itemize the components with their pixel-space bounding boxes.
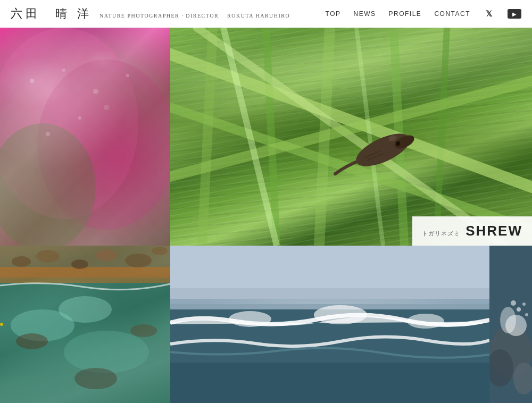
- shrew-label-jp: トガリネズミ: [422, 230, 460, 238]
- svg-point-7: [46, 132, 50, 136]
- svg-point-3: [30, 79, 34, 83]
- svg-line-14: [436, 28, 447, 246]
- svg-point-27: [12, 256, 31, 267]
- shrew-label-en: SHREW: [466, 223, 522, 239]
- svg-point-30: [96, 249, 117, 261]
- svg-point-0: [0, 28, 138, 219]
- photo-rock[interactable]: [489, 246, 532, 403]
- svg-point-44: [229, 311, 271, 327]
- svg-rect-47: [170, 363, 489, 403]
- brand-subtitle: NATURE PHOTOGRAPHER · DIRECTOR ROKUTA HA…: [99, 13, 290, 19]
- svg-point-4: [62, 69, 65, 72]
- svg-point-8: [78, 116, 81, 120]
- brand: 六田 晴 洋 NATURE PHOTOGRAPHER · DIRECTOR RO…: [11, 6, 290, 22]
- youtube-icon[interactable]: ▶: [508, 9, 521, 19]
- svg-point-46: [407, 314, 444, 329]
- svg-rect-26: [0, 267, 170, 283]
- twitter-icon[interactable]: 𝕏: [483, 8, 495, 20]
- nav-contact[interactable]: CONTACT: [434, 10, 470, 18]
- svg-point-54: [517, 307, 521, 312]
- main-nav: TOP NEWS PROFILE CONTACT 𝕏 ▶: [326, 8, 521, 20]
- nav-top[interactable]: TOP: [326, 10, 341, 18]
- photo-ocean[interactable]: [170, 246, 489, 403]
- svg-point-35: [64, 331, 149, 373]
- svg-point-57: [525, 313, 528, 316]
- svg-point-32: [152, 247, 168, 255]
- shrew-label: トガリネズミ SHREW: [412, 216, 532, 246]
- photo-shrew[interactable]: トガリネズミ SHREW: [170, 28, 532, 246]
- photo-water[interactable]: [0, 246, 170, 403]
- svg-point-37: [16, 333, 48, 349]
- svg-point-29: [71, 259, 88, 269]
- svg-point-53: [500, 307, 516, 333]
- photo-grid-bottom-wrapper: [0, 246, 532, 403]
- photo-grid-bottom: [0, 246, 532, 403]
- photo-flower[interactable]: [0, 28, 170, 246]
- nav-profile[interactable]: PROFILE: [389, 10, 422, 18]
- svg-point-45: [314, 305, 367, 324]
- svg-point-1: [37, 60, 170, 230]
- header: 六田 晴 洋 NATURE PHOTOGRAPHER · DIRECTOR RO…: [0, 0, 532, 28]
- svg-point-39: [130, 324, 157, 337]
- nav-news[interactable]: NEWS: [354, 10, 376, 18]
- svg-point-56: [511, 300, 516, 306]
- indicator-dot: [0, 323, 3, 326]
- svg-point-23: [396, 141, 400, 146]
- svg-point-28: [36, 250, 60, 263]
- svg-point-6: [126, 74, 129, 77]
- svg-point-38: [74, 368, 117, 389]
- svg-point-31: [125, 254, 152, 267]
- svg-point-36: [59, 296, 112, 323]
- svg-point-55: [522, 303, 526, 306]
- photo-grid-top: トガリネズミ SHREW: [0, 28, 532, 246]
- brand-kanji: 六田 晴 洋: [11, 6, 92, 22]
- svg-point-5: [93, 89, 98, 94]
- svg-point-9: [104, 105, 109, 110]
- svg-point-2: [0, 123, 96, 246]
